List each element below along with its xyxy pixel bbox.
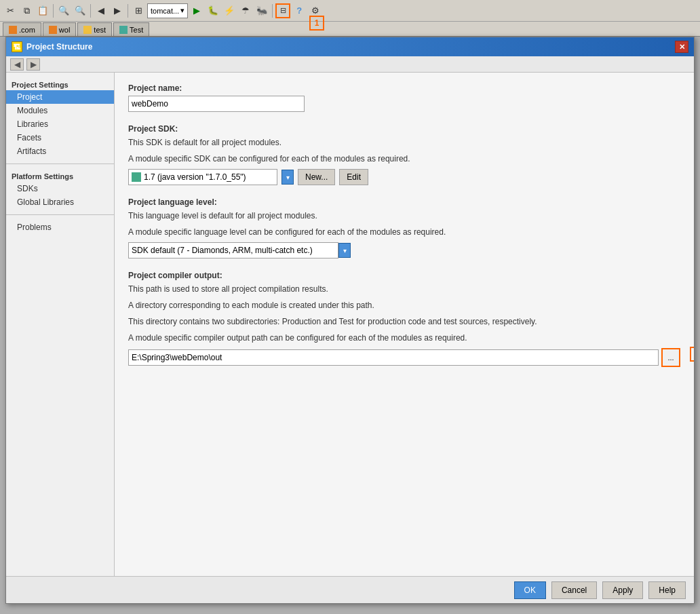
- compiler-output-row: ... 2: [128, 348, 680, 367]
- tab-com-icon: [9, 26, 17, 34]
- project-name-input[interactable]: [128, 96, 305, 112]
- project-language-desc1: This language level is default for all p…: [128, 210, 680, 222]
- toolbar: ✂ ⧉ 📋 🔍 🔍 ◀ ▶ ⊞ tomcat... ▾ ▶ 🐛 ⚡ ☂ 🐜 ⊟ …: [0, 0, 700, 22]
- sidebar-item-facets[interactable]: Facets: [6, 131, 114, 145]
- annotation-2: 2: [690, 347, 694, 362]
- tab-test[interactable]: test: [77, 22, 112, 36]
- sidebar-item-problems[interactable]: Problems: [6, 220, 114, 234]
- project-language-desc2: A module specific language level can be …: [128, 226, 680, 238]
- compiler-desc3: This directory contains two subdirectori…: [128, 315, 680, 328]
- project-language-label: Project language level:: [128, 197, 680, 207]
- run-btn[interactable]: ▶: [189, 3, 204, 18]
- tab-wol-icon: [49, 26, 57, 34]
- back-btn[interactable]: ◀: [94, 3, 109, 18]
- run-config-dropdown[interactable]: tomcat... ▾: [147, 3, 188, 18]
- sidebar-item-global-libraries[interactable]: Global Libraries: [6, 195, 114, 209]
- platform-settings-section: Platform Settings: [6, 170, 114, 182]
- dialog-footer: OK Cancel Apply Help: [6, 576, 694, 603]
- sidebar-divider: [6, 164, 114, 164]
- project-sdk-section: Project SDK: This SDK is default for all…: [128, 124, 680, 185]
- nav-back-btn[interactable]: ◀: [10, 58, 24, 71]
- sep4: [272, 4, 273, 18]
- paste-btn[interactable]: 📋: [35, 3, 50, 18]
- tab-wol[interactable]: wol: [43, 22, 77, 36]
- dialog-title: Project Structure: [26, 42, 92, 52]
- compiler-desc2: A directory corresponding to each module…: [128, 299, 680, 311]
- tab-Test-icon: [119, 26, 128, 34]
- project-name-label: Project name:: [128, 83, 680, 93]
- project-structure-dialog: 🏗 Project Structure ✕ ◀ ▶ Project Settin…: [5, 37, 695, 604]
- project-language-section: Project language level: This language le…: [128, 197, 680, 258]
- compiler-desc1: This path is used to store all project c…: [128, 283, 680, 295]
- tabs-bar: .com wol test Test: [0, 22, 700, 37]
- compiler-browse-btn[interactable]: ...: [661, 348, 680, 367]
- project-sdk-desc1: This SDK is default for all project modu…: [128, 136, 680, 149]
- dialog-nav: ◀ ▶: [6, 56, 694, 73]
- tab-test-icon: [83, 26, 92, 34]
- help-btn[interactable]: ?: [292, 3, 307, 18]
- help-button[interactable]: Help: [648, 581, 686, 599]
- zoom-in-btn[interactable]: 🔍: [56, 3, 71, 18]
- lang-dropdown-row: SDK default (7 - Diamonds, ARM, multi-ca…: [128, 242, 680, 258]
- sep3: [128, 4, 128, 18]
- run-config-btn[interactable]: ⊞: [131, 3, 146, 18]
- dialog-titlebar: 🏗 Project Structure ✕: [6, 37, 694, 56]
- sidebar-item-modules[interactable]: Modules: [6, 104, 114, 117]
- main-content: Project name: Project SDK: This SDK is d…: [115, 73, 694, 576]
- compiler-desc4: A module specific compiler output path c…: [128, 332, 680, 344]
- dialog-close-btn[interactable]: ✕: [675, 41, 688, 53]
- sidebar-item-artifacts[interactable]: Artifacts: [6, 145, 114, 158]
- forward-btn[interactable]: ▶: [110, 3, 125, 18]
- sep2: [90, 4, 91, 18]
- tab-Test[interactable]: Test: [113, 22, 149, 36]
- dialog-icon: 🏗: [12, 41, 22, 52]
- nav-forward-btn[interactable]: ▶: [26, 58, 40, 71]
- sidebar-divider-2: [6, 214, 114, 215]
- coverage-btn[interactable]: ☂: [238, 3, 253, 18]
- ok-button[interactable]: OK: [514, 581, 546, 599]
- sdk-new-btn[interactable]: New...: [298, 169, 335, 185]
- cut-btn[interactable]: ✂: [3, 3, 18, 18]
- zoom-out-btn[interactable]: 🔍: [73, 3, 88, 18]
- apply-button[interactable]: Apply: [602, 581, 643, 599]
- sidebar: Project Settings Project Modules Librari…: [6, 73, 115, 576]
- compiler-output-input[interactable]: [128, 349, 659, 366]
- sidebar-item-libraries[interactable]: Libraries: [6, 117, 114, 131]
- lang-dropdown-arrow[interactable]: ▾: [338, 243, 351, 258]
- debug-btn[interactable]: 🐛: [206, 3, 220, 18]
- project-sdk-label: Project SDK:: [128, 124, 680, 134]
- sidebar-item-sdks[interactable]: SDKs: [6, 182, 114, 195]
- profile-btn[interactable]: ⚡: [222, 3, 237, 18]
- sidebar-item-project[interactable]: Project: [6, 90, 114, 104]
- copy-btn[interactable]: ⧉: [19, 3, 34, 18]
- sdk-row: 1.7 (java version "1.7.0_55") ▾ New... E…: [128, 169, 680, 185]
- sdk-dropdown[interactable]: 1.7 (java version "1.7.0_55"): [128, 169, 277, 185]
- project-compiler-label: Project compiler output:: [128, 271, 680, 280]
- project-name-section: Project name:: [128, 83, 680, 112]
- lang-dropdown[interactable]: SDK default (7 - Diamonds, ARM, multi-ca…: [128, 242, 338, 258]
- dialog-body: Project Settings Project Modules Librari…: [6, 73, 694, 576]
- tab-com[interactable]: .com: [3, 22, 41, 36]
- sdk-icon: [132, 172, 141, 182]
- project-structure-btn[interactable]: ⊟: [275, 3, 290, 18]
- sdk-dropdown-arrow[interactable]: ▾: [281, 170, 294, 185]
- ant-btn[interactable]: 🐜: [254, 3, 269, 18]
- project-compiler-section: Project compiler output: This path is us…: [128, 271, 680, 367]
- sep1: [53, 4, 54, 18]
- sdk-edit-btn[interactable]: Edit: [339, 169, 368, 185]
- cancel-button[interactable]: Cancel: [551, 581, 597, 599]
- annotation-1: 1: [309, 16, 324, 31]
- project-sdk-desc2: A module specific SDK can be configured …: [128, 153, 680, 165]
- project-settings-section: Project Settings: [6, 78, 114, 90]
